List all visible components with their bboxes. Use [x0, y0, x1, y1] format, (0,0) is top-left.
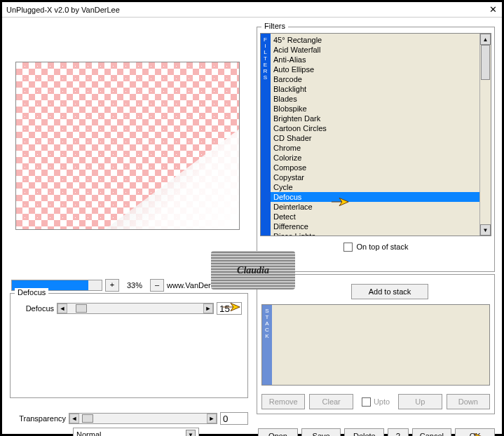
- filter-item[interactable]: Defocus: [271, 192, 479, 202]
- filter-item[interactable]: Colorize: [271, 153, 479, 163]
- filter-item[interactable]: Disco Lights: [271, 231, 479, 236]
- stack-group: STACK Remove Clear Upto Up Down: [257, 274, 495, 414]
- window: UnPlugged-X v2.0 by VanDerLee ✕ + 33% – …: [0, 0, 504, 436]
- transparency-slider[interactable]: ◄ ►: [69, 413, 217, 424]
- defocus-slider[interactable]: ◄ ►: [57, 303, 214, 314]
- pointer-cursor-icon: [465, 430, 485, 436]
- filter-listbox[interactable]: FILTERS 45° RectangleAcid WaterfallAnti-…: [260, 33, 491, 236]
- filter-item[interactable]: Anti-Alias: [271, 55, 479, 64]
- filter-item[interactable]: CD Shader: [271, 133, 479, 143]
- filter-item[interactable]: Chrome: [271, 143, 479, 153]
- zoom-in-button[interactable]: +: [105, 279, 119, 292]
- filter-item[interactable]: Detect: [271, 212, 479, 222]
- ontop-checkbox[interactable]: [343, 243, 353, 252]
- slider-thumb[interactable]: [82, 414, 93, 423]
- save-button[interactable]: Save: [301, 428, 341, 436]
- filter-item[interactable]: Difference: [271, 222, 479, 231]
- filters-sidebar-label: FILTERS: [261, 34, 271, 236]
- defocus-group: Defocus Defocus ◄ ►: [10, 293, 248, 398]
- filter-item[interactable]: Compose: [271, 163, 479, 172]
- defocus-label: Defocus: [16, 304, 54, 313]
- filter-item[interactable]: Cartoon Circles: [271, 123, 479, 133]
- slider-left-arrow-icon[interactable]: ◄: [57, 304, 67, 313]
- filter-item[interactable]: Deinterlace: [271, 202, 479, 212]
- clear-button[interactable]: Clear: [309, 394, 353, 409]
- zoom-out-button[interactable]: –: [150, 279, 164, 292]
- pointer-cursor-icon: [222, 300, 241, 314]
- filter-item[interactable]: Blobspike: [271, 104, 479, 114]
- scroll-down-arrow-icon[interactable]: ▼: [480, 224, 491, 236]
- chevron-down-icon[interactable]: ▼: [186, 430, 196, 436]
- stack-sidebar-label: STACK: [262, 305, 272, 385]
- window-title: UnPlugged-X v2.0 by VanDerLee: [6, 6, 485, 14]
- filter-item[interactable]: Blacklight: [271, 84, 479, 94]
- slider-left-arrow-icon[interactable]: ◄: [69, 414, 79, 423]
- ontop-label: On top of stack: [357, 243, 409, 251]
- filter-item[interactable]: Auto Ellipse: [271, 64, 479, 74]
- scroll-up-arrow-icon[interactable]: ▲: [480, 34, 491, 45]
- close-button[interactable]: ✕: [485, 4, 500, 16]
- watermark-overlay: Claudia: [211, 251, 295, 289]
- preview-image: [15, 62, 240, 230]
- scrollbar-thumb[interactable]: [481, 45, 490, 80]
- zoom-value: 33%: [122, 281, 147, 289]
- titlebar: UnPlugged-X v2.0 by VanDerLee ✕: [2, 2, 502, 18]
- remove-button[interactable]: Remove: [261, 394, 305, 409]
- filter-item[interactable]: 45° Rectangle: [271, 35, 479, 45]
- upto-label: Upto: [374, 397, 390, 406]
- filter-item[interactable]: Cycle: [271, 182, 479, 192]
- transparency-value-input[interactable]: [220, 412, 248, 425]
- filter-item[interactable]: Copystar: [271, 172, 479, 182]
- upto-checkbox[interactable]: [362, 397, 371, 407]
- down-button[interactable]: Down: [447, 394, 490, 409]
- filter-item[interactable]: Brighten Dark: [271, 114, 479, 123]
- slider-right-arrow-icon[interactable]: ►: [207, 414, 217, 423]
- filter-item[interactable]: Acid Waterfall: [271, 45, 479, 55]
- slider-thumb[interactable]: [76, 304, 87, 313]
- filters-group: Filters FILTERS 45° RectangleAcid Waterf…: [257, 27, 495, 272]
- transparency-label: Transparency: [10, 414, 66, 423]
- filter-item[interactable]: Blades: [271, 94, 479, 104]
- defocus-legend: Defocus: [15, 288, 48, 297]
- help-button[interactable]: ?: [388, 428, 408, 436]
- filter-item[interactable]: Barcode: [271, 74, 479, 84]
- pointer-cursor-icon: [330, 195, 350, 209]
- up-button[interactable]: Up: [398, 394, 442, 409]
- blend-mode-value: Normal: [76, 430, 101, 436]
- slider-right-arrow-icon[interactable]: ►: [203, 304, 213, 313]
- open-button[interactable]: Open: [258, 428, 298, 436]
- blend-mode-select[interactable]: Normal ▼: [73, 428, 199, 436]
- cancel-button[interactable]: Cancel: [412, 428, 452, 436]
- stack-listbox[interactable]: STACK: [261, 304, 490, 386]
- delete-button[interactable]: Delete: [344, 428, 384, 436]
- filters-scrollbar[interactable]: ▲ ▼: [479, 34, 491, 236]
- filters-legend: Filters: [261, 22, 288, 30]
